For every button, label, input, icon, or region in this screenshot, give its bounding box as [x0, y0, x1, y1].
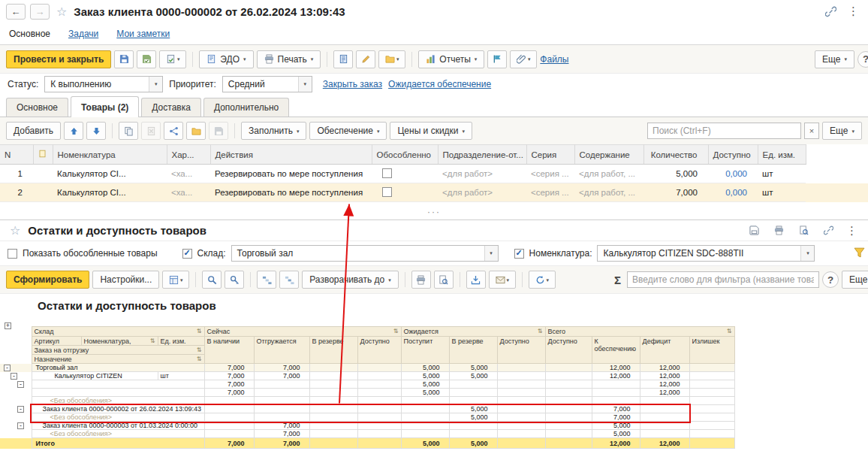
collapse-icon[interactable]: -: [17, 422, 24, 429]
window-splitter[interactable]: ···: [0, 204, 868, 219]
post-button[interactable]: ▾: [159, 50, 186, 68]
save-button[interactable]: [114, 50, 134, 68]
nav-tab-notes[interactable]: Мои заметки: [116, 29, 170, 39]
report-save-icon[interactable]: [744, 222, 764, 240]
header-surplus[interactable]: Излишек: [689, 337, 734, 364]
header-reserved-expected[interactable]: В резерве: [449, 337, 497, 364]
tab-main[interactable]: Основное: [6, 98, 68, 117]
refresh-button[interactable]: ▾: [529, 271, 556, 289]
header-on-hand[interactable]: В наличии: [204, 337, 254, 364]
settings-button[interactable]: Настройки...: [92, 271, 159, 289]
group-header-warehouse[interactable]: Склад⇅: [32, 327, 204, 337]
available-cell[interactable]: 0,000: [708, 165, 758, 183]
post-and-close-button[interactable]: Провести и закрыть: [6, 50, 111, 68]
report-print-button[interactable]: [411, 271, 431, 289]
report-row[interactable]: -Заказ клиента 0000-000003 от 01.03.2024…: [0, 422, 734, 430]
group-header-now[interactable]: Сейчас⇅: [204, 327, 401, 337]
characteristic-cell[interactable]: <ха...: [167, 165, 210, 183]
tab-goods[interactable]: Товары (2): [71, 96, 139, 117]
report-more-button[interactable]: Еще▾: [842, 271, 868, 289]
nav-tab-tasks[interactable]: Задачи: [68, 29, 98, 39]
report-help-button[interactable]: ?: [822, 271, 839, 288]
tab-additional[interactable]: Дополнительно: [203, 98, 289, 117]
send-mail-button[interactable]: ▾: [489, 271, 516, 289]
report-variants-button[interactable]: ▾: [162, 271, 189, 289]
tab-delivery[interactable]: Доставка: [141, 98, 201, 117]
filler-cell[interactable]: [806, 183, 868, 202]
priority-select[interactable]: Средний ▾: [222, 76, 312, 92]
content-cell[interactable]: <для работ, ...: [574, 165, 643, 183]
separate-checkbox[interactable]: [382, 168, 392, 178]
col-header-available[interactable]: Доступно: [708, 145, 758, 165]
save-rows-button[interactable]: [209, 122, 228, 140]
quantity-cell[interactable]: 7,000: [643, 183, 708, 202]
series-cell[interactable]: <серия ...: [526, 165, 574, 183]
unit-cell[interactable]: шт: [758, 165, 806, 183]
files-link[interactable]: Файлы: [540, 54, 568, 65]
get-link-icon[interactable]: [821, 2, 840, 20]
sort-icon[interactable]: ⇅: [197, 347, 202, 354]
nomenclature-select[interactable]: Калькулятор CITIZEN SDC-888TII ▾: [597, 245, 815, 262]
edo-button[interactable]: ЭДО▾: [199, 50, 253, 68]
items-row[interactable]: 2Калькулятор CI...<ха...Резервировать по…: [0, 183, 868, 202]
header-article[interactable]: Артикул: [32, 337, 81, 346]
series-cell[interactable]: <серия ...: [526, 183, 574, 202]
header-reserved[interactable]: В резерве: [309, 337, 357, 364]
report-preview-icon[interactable]: [794, 222, 813, 240]
save-close-button[interactable]: [137, 50, 156, 68]
col-header-n[interactable]: N: [0, 145, 33, 165]
show-separated-checkbox[interactable]: [8, 249, 17, 259]
collapse-icon[interactable]: -: [17, 406, 24, 413]
quantity-cell[interactable]: 5,000: [643, 165, 708, 183]
unit-cell[interactable]: шт: [758, 183, 806, 202]
report-row[interactable]: 7,0005,00012,000: [0, 389, 734, 397]
available-cell[interactable]: 0,000: [708, 183, 758, 202]
delete-row-button[interactable]: [141, 122, 161, 140]
favorite-star-icon[interactable]: ☆: [56, 5, 67, 19]
print-button[interactable]: Печать▾: [257, 50, 321, 68]
help-button[interactable]: ?: [857, 51, 868, 68]
report-row[interactable]: -Торговый зал7,0007,0005,0005,00012,0001…: [0, 364, 734, 372]
filter-funnel-icon[interactable]: [854, 247, 865, 260]
more-button[interactable]: Еще▾: [815, 50, 854, 68]
prices-button[interactable]: Цены и скидки▾: [390, 122, 472, 140]
awaiting-supply-link[interactable]: Ожидается обеспечение: [388, 79, 491, 89]
collapse-levels-button[interactable]: [257, 271, 276, 289]
sort-icon[interactable]: ⇅: [727, 328, 732, 335]
col-header-nomenclature[interactable]: Номенклатура: [53, 145, 167, 165]
filler-cell[interactable]: [806, 165, 868, 183]
chevron-down-icon[interactable]: ▾: [298, 77, 312, 92]
report-row[interactable]: Итого7,0007,0005,0005,00012,00012,000: [0, 438, 734, 449]
report-print-icon[interactable]: [769, 222, 788, 240]
header-available[interactable]: Доступно: [357, 337, 401, 364]
header-incoming[interactable]: Поступит: [401, 337, 449, 364]
find-next-button[interactable]: [225, 271, 244, 289]
row-marker-cell[interactable]: [33, 183, 53, 202]
fill-button[interactable]: Заполнить▾: [241, 122, 306, 140]
items-row[interactable]: 1Калькулятор CI...<ха...Резервировать по…: [0, 165, 868, 183]
department-cell[interactable]: <для работ>: [438, 183, 526, 202]
report-link-icon[interactable]: [818, 222, 838, 240]
header-available-expected[interactable]: Доступно: [497, 337, 545, 364]
header-deficit[interactable]: Дефицит: [640, 337, 689, 364]
move-down-button[interactable]: [86, 122, 106, 140]
report-row[interactable]: <Без обособления>7,0005,000: [0, 430, 734, 438]
grand-expander-icon[interactable]: +: [5, 322, 11, 329]
col-header-characteristic[interactable]: Хар...: [167, 145, 210, 165]
separate-cell[interactable]: [372, 183, 438, 202]
expand-to-button[interactable]: Разворачивать до▾: [302, 271, 399, 289]
row-number-cell[interactable]: 2: [0, 183, 33, 202]
collapse-icon[interactable]: -: [17, 381, 24, 388]
col-header-content[interactable]: Содержание: [574, 145, 643, 165]
report-menu-icon[interactable]: ⋮: [843, 224, 860, 238]
supply-button[interactable]: Обеспечение▾: [309, 122, 387, 140]
expand-levels-button[interactable]: [279, 271, 299, 289]
journal-button[interactable]: [333, 50, 353, 68]
collapse-icon[interactable]: -: [11, 373, 17, 380]
warehouse-select[interactable]: Торговый зал ▾: [231, 245, 499, 262]
chevron-down-icon[interactable]: ▾: [800, 246, 814, 261]
window-menu-icon[interactable]: ⋮: [845, 5, 862, 18]
header-unit[interactable]: Ед. изм.: [158, 337, 204, 346]
group-header-total[interactable]: Всего⇅: [545, 327, 734, 337]
report-row[interactable]: <Без обособления>: [0, 397, 734, 405]
